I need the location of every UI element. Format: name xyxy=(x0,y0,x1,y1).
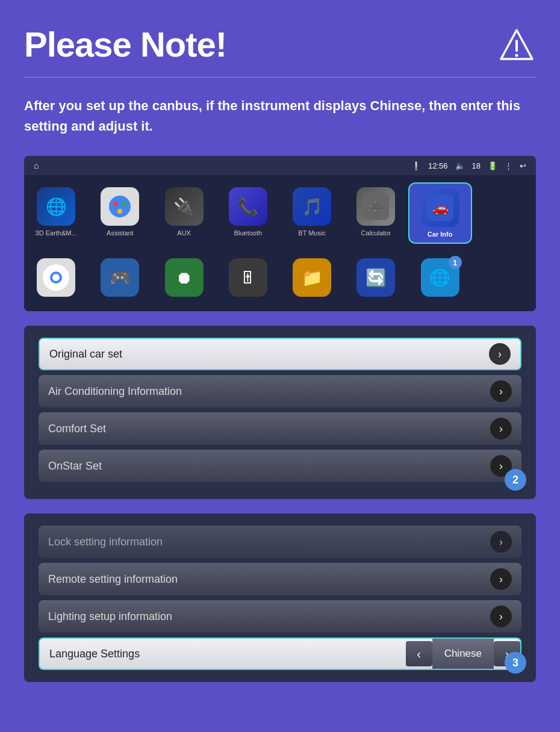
menu-lighting-setup[interactable]: Lighting setup information › xyxy=(39,600,521,633)
menu-arrow-lighting: › xyxy=(490,606,512,627)
menu-comfort-set[interactable]: Comfort Set › xyxy=(39,412,521,445)
menu-air-conditioning[interactable]: Air Conditioning Information › xyxy=(39,375,521,408)
app-record[interactable]: ⏺ xyxy=(152,253,216,302)
svg-point-5 xyxy=(117,209,122,214)
menu-label-original: Original car set xyxy=(49,348,122,361)
app-icon-bluetooth: 📞 xyxy=(229,187,267,226)
app-calculator[interactable]: ➗ Calculator xyxy=(344,182,408,244)
app-icon-chrome xyxy=(37,258,75,297)
app-label-calculator: Calculator xyxy=(361,229,391,237)
app-sync[interactable]: 🔄 xyxy=(344,253,408,302)
main-container: Please Note! After you set up the canbus… xyxy=(0,0,560,706)
app-aux[interactable]: 🔌 AUX xyxy=(152,182,216,244)
menu-original-car-set[interactable]: Original car set › xyxy=(39,338,521,370)
app-icon-aux: 🔌 xyxy=(165,187,204,226)
svg-point-1 xyxy=(515,54,518,57)
menu-label-comfort: Comfort Set xyxy=(48,423,106,435)
section-divider xyxy=(24,77,536,78)
menu-label-onstar: OnStar Set xyxy=(48,460,102,473)
app-grid-row2: 🎮 ⏺ 🎚 📁 🔄 🌐 1 xyxy=(24,251,536,311)
menu-arrow-original: › xyxy=(489,343,511,365)
language-value: Chinese xyxy=(432,639,494,669)
description-text: After you set up the canbus, if the inst… xyxy=(24,96,536,137)
app-label-aux: AUX xyxy=(177,229,191,237)
menu-arrow-comfort: › xyxy=(490,418,512,439)
language-prev-button[interactable]: ‹ xyxy=(406,641,432,666)
screenshot-1: ⌂ ❕ 12:56 🔈 18 🔋 ⋮ ↩ 🌐 3D Earth&M... xyxy=(24,156,536,311)
badge-2: 2 xyxy=(505,469,526,491)
menu-icon: ⋮ xyxy=(505,161,512,170)
svg-point-3 xyxy=(113,202,118,206)
battery-icon: 🔋 xyxy=(488,161,497,170)
menu-language-settings[interactable]: Language Settings ‹ Chinese › xyxy=(39,637,521,670)
app-assistant[interactable]: Assistant xyxy=(88,182,152,244)
app-label-carinfo: Car Info xyxy=(428,231,453,238)
app-equalizer[interactable]: 🎚 xyxy=(216,253,280,302)
menu-label-lighting: Lighting setup information xyxy=(48,610,172,623)
app-label-btmusic: BT Music xyxy=(298,229,326,237)
menu-arrow-air: › xyxy=(490,380,512,402)
app-icon-carinfo: 🚗 xyxy=(421,188,459,227)
app-icon-btmusic: 🎵 xyxy=(293,187,331,226)
menu-lock-setting[interactable]: Lock setting information › xyxy=(39,526,521,558)
badge-3: 3 xyxy=(505,652,526,674)
app-bluetooth[interactable]: 📞 Bluetooth xyxy=(216,182,280,244)
app-files[interactable]: 📁 xyxy=(280,253,344,302)
menu-arrow-lock: › xyxy=(490,531,512,553)
app-3d-earth[interactable]: 🌐 3D Earth&M... xyxy=(24,182,88,244)
svg-point-2 xyxy=(109,196,131,217)
svg-text:➗: ➗ xyxy=(369,200,384,214)
menu-label-air: Air Conditioning Information xyxy=(48,385,182,398)
home-icon: ⌂ xyxy=(34,161,39,170)
volume-level: 18 xyxy=(472,161,481,170)
app-grid-row1: 🌐 3D Earth&M... Assistant 🔌 AUX 📞 Blueto… xyxy=(24,175,536,251)
app-car-info[interactable]: 🚗 Car Info xyxy=(408,182,472,244)
screenshot-2: Original car set › Air Conditioning Info… xyxy=(24,326,536,499)
status-bar-right: ❕ 12:56 🔈 18 🔋 ⋮ ↩ xyxy=(411,161,526,170)
app-label-earth: 3D Earth&M... xyxy=(36,229,77,237)
menu-onstar-set[interactable]: OnStar Set › xyxy=(39,450,521,482)
app-icon-sync: 🔄 xyxy=(356,258,395,297)
status-bar-left: ⌂ xyxy=(34,161,39,170)
menu-label-lock: Lock setting information xyxy=(48,536,163,548)
menu-label-remote: Remote setting information xyxy=(48,573,178,586)
app-icon-equalizer: 🎚 xyxy=(229,258,267,297)
volume-icon: 🔈 xyxy=(455,161,465,170)
time-display: 12:56 xyxy=(428,161,448,170)
page-title: Please Note! xyxy=(24,24,226,64)
alert-icon: ❕ xyxy=(411,161,421,170)
app-icon-assistant xyxy=(101,187,139,226)
header-section: Please Note! xyxy=(24,24,536,65)
app-label-bluetooth: Bluetooth xyxy=(234,229,262,237)
svg-text:🚗: 🚗 xyxy=(432,200,449,216)
svg-point-4 xyxy=(122,202,126,206)
menu-remote-setting[interactable]: Remote setting information › xyxy=(39,563,521,595)
app-extra[interactable]: 🌐 1 xyxy=(408,253,472,302)
app-icon-earth: 🌐 xyxy=(37,187,75,226)
menu-arrow-remote: › xyxy=(490,568,512,590)
app-label-assistant: Assistant xyxy=(107,229,134,237)
app-icon-files: 📁 xyxy=(293,258,331,297)
app-btmusic[interactable]: 🎵 BT Music xyxy=(280,182,344,244)
language-label: Language Settings xyxy=(40,648,406,660)
warning-icon xyxy=(497,26,536,65)
status-bar: ⌂ ❕ 12:56 🔈 18 🔋 ⋮ ↩ xyxy=(24,156,536,175)
svg-point-12 xyxy=(52,274,60,281)
app-steering[interactable]: 🎮 xyxy=(88,253,152,302)
app-icon-calc: ➗ xyxy=(356,187,395,226)
app-icon-record: ⏺ xyxy=(165,258,204,297)
app-icon-steering: 🎮 xyxy=(101,258,139,297)
back-icon: ↩ xyxy=(520,161,526,170)
app-chrome[interactable] xyxy=(24,253,88,302)
screenshot-3: Lock setting information › Remote settin… xyxy=(24,513,536,682)
app-icon-extra: 🌐 1 xyxy=(421,258,459,297)
